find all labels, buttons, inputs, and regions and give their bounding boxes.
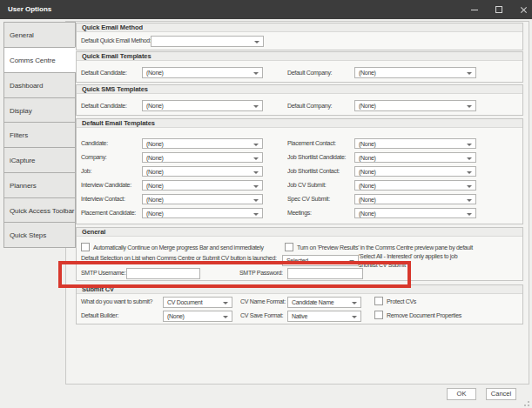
placement-candidate-select[interactable]: (None) bbox=[142, 208, 263, 218]
dropdown-arrow-icon bbox=[253, 199, 259, 202]
default-quick-email-method-label: Default Quick Email Method: bbox=[81, 37, 152, 43]
sidebar-item-comms-centre[interactable]: Comms Centre bbox=[3, 47, 76, 73]
sidebar-item-display[interactable]: Display bbox=[3, 97, 76, 124]
sidebar-item-quick-access-toolbar[interactable]: Quick Access Toolbar bbox=[3, 197, 76, 224]
protect-cvs-label: Protect CVs bbox=[387, 298, 416, 304]
window-title: User Options bbox=[8, 5, 51, 13]
what-to-submit-select[interactable]: CV Document bbox=[163, 297, 232, 308]
default-builder-label: Default Builder: bbox=[81, 312, 118, 318]
dropdown-arrow-icon bbox=[467, 185, 472, 188]
job-shortlist-contact-label: Job Shortlist Contact: bbox=[287, 168, 340, 174]
dropdown-arrow-icon bbox=[467, 213, 472, 216]
group-quick-email-method: Quick Email Method Default Quick Email M… bbox=[76, 23, 523, 50]
meetings-label: Meetings: bbox=[287, 210, 312, 216]
what-to-submit-label: What do you want to submit? bbox=[81, 298, 152, 304]
quick-email-default-company-select[interactable]: (None) bbox=[354, 67, 476, 78]
candidate-label: Candidate: bbox=[81, 140, 108, 146]
group-submit-cv: Submit CV What do you want to submit? CV… bbox=[76, 284, 523, 324]
remove-doc-props-checkbox[interactable] bbox=[374, 311, 383, 319]
combo-value: (None) bbox=[146, 169, 164, 175]
group-header-default-email-templates: Default Email Templates bbox=[77, 119, 522, 128]
sidebar-item-filters[interactable]: Filters bbox=[3, 122, 76, 148]
sidebar-item-label: Quick Steps bbox=[10, 231, 46, 239]
dropdown-arrow-icon bbox=[223, 316, 228, 318]
candidate-select[interactable]: (None) bbox=[142, 138, 263, 149]
placement-candidate-label: Placement Candidate: bbox=[81, 210, 136, 216]
spec-cv-submit-label: Spec CV Submit: bbox=[287, 196, 330, 202]
minimize-icon bbox=[471, 10, 478, 10]
combo-value: (None) bbox=[359, 70, 376, 76]
dropdown-arrow-icon bbox=[253, 185, 259, 188]
ok-button[interactable]: OK bbox=[447, 388, 476, 400]
quick-email-default-candidate-select[interactable]: (None) bbox=[142, 67, 263, 78]
default-company-label: Default Company: bbox=[287, 103, 332, 109]
maximize-icon bbox=[495, 6, 502, 13]
cv-name-format-label: CV Name Format: bbox=[240, 298, 286, 304]
dropdown-arrow-icon bbox=[223, 302, 228, 304]
minimize-button[interactable] bbox=[467, 0, 482, 19]
company-select[interactable]: (None) bbox=[142, 152, 263, 163]
sidebar-item-icapture[interactable]: iCapture bbox=[3, 147, 76, 173]
sidebar-item-label: Planners bbox=[10, 182, 37, 190]
quick-sms-default-candidate-select[interactable]: (None) bbox=[142, 100, 263, 111]
default-builder-select[interactable]: (None) bbox=[163, 311, 232, 322]
interview-candidate-select[interactable]: (None) bbox=[142, 180, 263, 191]
interview-contact-select[interactable]: (None) bbox=[142, 194, 263, 204]
dropdown-arrow-icon bbox=[254, 41, 259, 43]
sidebar-item-dashboard[interactable]: Dashboard bbox=[3, 72, 76, 98]
default-candidate-label: Default Candidate: bbox=[81, 70, 127, 76]
protect-cvs-checkbox[interactable] bbox=[374, 297, 383, 305]
sidebar-item-label: Filters bbox=[10, 131, 28, 139]
combo-value: (None) bbox=[359, 211, 376, 217]
auto-continue-checkbox[interactable] bbox=[81, 243, 90, 251]
sidebar-item-label: Display bbox=[10, 107, 32, 115]
group-header-quick-sms-templates: Quick SMS Templates bbox=[77, 85, 522, 94]
job-shortlist-contact-select[interactable]: (None) bbox=[354, 166, 476, 177]
job-label: Job: bbox=[81, 168, 91, 174]
spec-cv-submit-select[interactable]: (None) bbox=[354, 194, 476, 204]
sidebar-item-label: General bbox=[10, 31, 34, 39]
placement-contact-label: Placement Contact: bbox=[287, 140, 336, 146]
combo-value: (None) bbox=[146, 211, 164, 217]
cv-name-format-select[interactable]: Candidate Name bbox=[287, 297, 361, 308]
combo-value: (None) bbox=[359, 197, 376, 203]
dropdown-arrow-icon bbox=[467, 144, 472, 146]
group-header-general: General bbox=[77, 228, 522, 237]
content-panel: Quick Email Method Default Quick Email M… bbox=[65, 21, 529, 385]
dropdown-arrow-icon bbox=[467, 171, 472, 174]
dropdown-arrow-icon bbox=[253, 171, 259, 174]
combo-value: (None) bbox=[146, 183, 164, 189]
preview-results-checkbox[interactable] bbox=[285, 243, 293, 251]
combo-value: (None) bbox=[146, 70, 164, 76]
group-quick-sms-templates: Quick SMS Templates Default Candidate: (… bbox=[76, 84, 523, 116]
combo-value: (None) bbox=[146, 141, 164, 147]
job-shortlist-candidate-select[interactable]: (None) bbox=[354, 152, 476, 163]
dropdown-arrow-icon bbox=[467, 72, 472, 75]
job-select[interactable]: (None) bbox=[142, 166, 263, 177]
placement-contact-select[interactable]: (None) bbox=[354, 138, 476, 149]
sidebar-item-general[interactable]: General bbox=[3, 22, 76, 48]
dropdown-arrow-icon bbox=[467, 157, 472, 160]
sidebar-item-quick-steps[interactable]: Quick Steps bbox=[3, 222, 76, 248]
maximize-button[interactable] bbox=[491, 0, 507, 19]
combo-value: CV Document bbox=[167, 299, 202, 305]
interview-contact-label: Interview Contact: bbox=[81, 196, 125, 202]
default-candidate-label: Default Candidate: bbox=[81, 103, 127, 109]
group-header-quick-email-templates: Quick Email Templates bbox=[77, 52, 522, 61]
sidebar-item-label: Quick Access Toolbar bbox=[10, 207, 74, 215]
dropdown-arrow-icon bbox=[253, 213, 259, 216]
resize-grip[interactable] bbox=[522, 401, 529, 408]
combo-value: Candidate Name bbox=[292, 299, 333, 305]
default-quick-email-method-select[interactable] bbox=[151, 36, 264, 47]
meetings-select[interactable]: (None) bbox=[354, 208, 476, 218]
sidebar-item-planners[interactable]: Planners bbox=[3, 172, 76, 198]
job-cv-submit-select[interactable]: (None) bbox=[354, 180, 476, 191]
cv-save-format-label: CV Save Format: bbox=[240, 312, 283, 318]
quick-sms-default-company-select[interactable]: (None) bbox=[354, 100, 476, 111]
cancel-button[interactable]: Cancel bbox=[486, 388, 516, 400]
combo-value: Native bbox=[292, 313, 307, 319]
close-button[interactable] bbox=[515, 0, 531, 19]
combo-value: (None) bbox=[359, 141, 376, 147]
title-bar: User Options bbox=[0, 0, 532, 19]
cv-save-format-select[interactable]: Native bbox=[287, 311, 361, 322]
